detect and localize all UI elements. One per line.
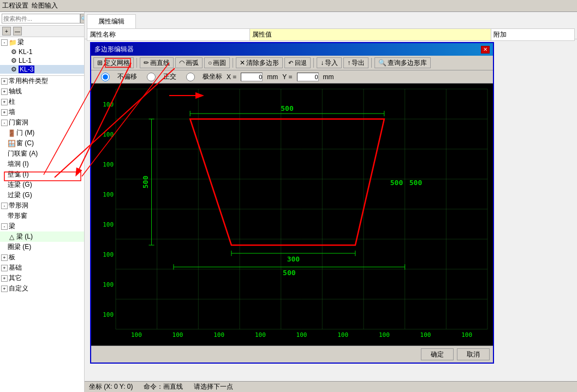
tree-door-window[interactable]: 门联窗 (A) [0,149,84,159]
grid-icon: ⊞ [97,59,103,67]
prop-tab-edit[interactable]: 属性编辑 [87,14,136,28]
radio-no-offset[interactable]: 不偏移 [94,72,137,81]
expander-slab[interactable]: + [1,254,8,261]
y-input[interactable] [297,73,319,81]
prop-columns-header: 属性名称 属性值 附加 [87,28,575,41]
expander-band[interactable]: - [1,203,8,209]
y-unit: mm [323,73,334,81]
import-btn[interactable]: ↓ 导入 [317,57,342,68]
tree-window[interactable]: 🪟 窗 (C) [0,138,84,149]
tree-custom[interactable]: + 自定义 [0,283,84,294]
tree-side-wall[interactable]: 壁龛 (I) [0,169,84,180]
poly-dialog-footer: 确定 取消 [91,346,493,363]
hint-display: 请选择下一点 [194,382,233,391]
tree-overbeam[interactable]: 过梁 (G) [0,190,84,200]
expander-common[interactable]: + [1,78,8,85]
import-icon: ↓ [320,59,324,67]
clear-polygon-btn[interactable]: ✕ 清除多边形 [236,57,283,68]
expander-custom[interactable]: + [1,286,8,292]
poly-dialog-title-text: 多边形编辑器 [94,45,134,54]
tree-door[interactable]: 🚪 门 (M) [0,128,84,138]
tree-wall-hole[interactable]: 墙洞 (I) [0,159,84,169]
query-icon: 🔍 [378,59,386,67]
sep4 [371,58,372,68]
search-button[interactable]: 🔍 [80,14,85,23]
top-label-drawing[interactable]: 绘图输入 [32,1,58,10]
ll1-label: LL-1 [19,57,32,64]
prop-tabs: 属性编辑 [85,12,577,28]
kl1-icon: ⚙ [10,48,17,56]
tree-other[interactable]: + 其它 [0,273,84,283]
tree-column[interactable]: + 柱 [0,97,84,107]
tree-band-win[interactable]: 带形窗 [0,211,84,221]
right-content: 属性编辑 属性名称 属性值 附加 多边形编辑器 ✕ ⊞ 定义网格 [85,12,577,392]
tree-axis[interactable]: + 轴线 [0,86,84,97]
window-icon: 🪟 [8,140,15,147]
sep1 [136,58,137,68]
tree-common[interactable]: + 常用构件类型 [0,76,84,86]
clear-icon: ✕ [240,59,245,67]
prop-col1: 属性名称 [87,29,250,40]
top-toolbar: 工程设置 绘图输入 [0,0,577,12]
draw-arc-btn[interactable]: ◠ 画弧 [175,57,203,68]
undo-btn[interactable]: ↶ 回退 [284,57,311,68]
prop-col3: 附加 [491,29,574,40]
draw-line-btn[interactable]: ✏ 画直线 [140,57,174,68]
poly-canvas[interactable] [91,84,493,346]
sidebar: 🔍 + — - 📁 梁 ⚙ KL-1 ⚙ LL-1 ⚙ [0,12,85,392]
sidebar-toolbar: + — [0,26,84,37]
radio-orthogonal[interactable]: 正交 [140,72,176,81]
tree-kl3[interactable]: ⚙ KL-3 [0,65,84,74]
expander-wall[interactable]: + [1,109,8,116]
tree-wall[interactable]: + 墙 [0,107,84,117]
add-button[interactable]: + [2,27,11,35]
canvas-area[interactable] [91,84,493,346]
tree-beam-main[interactable]: - 梁 [0,221,84,231]
top-label-engineering[interactable]: 工程设置 [2,1,28,10]
tree-circle-beam[interactable]: 圈梁 (E) [0,242,84,252]
search-input[interactable] [2,14,80,23]
properties-panel: 属性编辑 属性名称 属性值 附加 [85,12,577,39]
define-grid-btn[interactable]: ⊞ 定义网格 [93,57,134,68]
coord-display: 坐标 (X: 0 Y: 0) [89,382,133,391]
expander-other[interactable]: + [1,275,8,282]
poly-toolbar: ⊞ 定义网格 ✏ 画直线 ◠ 画弧 ○ 画圆 ✕ [91,56,493,70]
cancel-button[interactable]: 取消 [457,348,490,360]
line-icon: ✏ [144,59,149,67]
tree-kl1[interactable]: ⚙ KL-1 [0,47,84,56]
confirm-button[interactable]: 确定 [421,348,454,360]
radio-polar[interactable]: 极坐标 [180,72,222,81]
expander-beam[interactable]: - [1,39,8,46]
export-btn[interactable]: ↑ 导出 [343,57,368,68]
poly-dialog: 多边形编辑器 ✕ ⊞ 定义网格 ✏ 画直线 ◠ 画弧 ○ [90,42,494,364]
tree-foundation[interactable]: + 基础 [0,263,84,273]
line-button[interactable]: — [13,27,22,35]
coord-mode-group: 不偏移 正交 极坐标 [94,72,222,81]
command-display: 命令：画直线 [144,382,183,391]
search-bar: 🔍 [0,12,84,26]
kl3-label: KL-3 [19,66,34,73]
poly-close-button[interactable]: ✕ [481,46,490,54]
draw-circle-btn[interactable]: ○ 画圆 [204,57,230,68]
circle-icon: ○ [208,59,212,67]
sep3 [313,58,314,68]
tree-slab[interactable]: + 板 [0,252,84,263]
expander-axis[interactable]: + [1,88,8,95]
tree-beam-sub[interactable]: △ 梁 (L) [0,231,84,242]
x-input[interactable] [241,73,263,81]
beam-top-label: 梁 [17,38,24,47]
tree-door-win[interactable]: - 门窗洞 [0,117,84,128]
expander-beam-main[interactable]: - [1,223,8,230]
tree-ll1[interactable]: ⚙ LL-1 [0,56,84,65]
kl1-label: KL-1 [19,48,32,56]
tree-beam-top[interactable]: - 📁 梁 [0,37,84,47]
arc-icon: ◠ [179,59,185,67]
expander-foundation[interactable]: + [1,265,8,271]
tree-lintel[interactable]: 连梁 (G) [0,180,84,190]
expander-door-win[interactable]: - [1,120,8,126]
query-lib-btn[interactable]: 🔍 查询多边形库 [374,57,431,68]
tree-band-hole[interactable]: - 带形洞 [0,200,84,211]
prop-col2: 属性值 [250,29,491,40]
expander-column[interactable]: + [1,99,8,105]
tree-area: - 📁 梁 ⚙ KL-1 ⚙ LL-1 ⚙ KL-3 + 常用构件类型 [0,37,84,392]
